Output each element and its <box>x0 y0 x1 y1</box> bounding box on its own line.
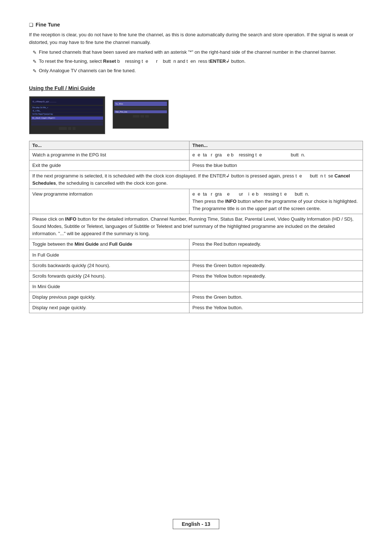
table-row: Scrolls backwards quickly (24 hours). Pr… <box>29 260 363 271</box>
mini-guide-screen: Vu_Woo Vaz_Poo_loa <box>113 100 169 129</box>
full-guide-screen: D_s'Rleep'D_q'p'............ Dis-play-2a… <box>29 96 105 134</box>
table-row: Display next page quickly. Press the Yel… <box>29 303 363 313</box>
table-cell: Toggle between the Mini Guide and Full G… <box>29 239 189 250</box>
fine-tune-title-text: Fine Tune <box>36 22 60 28</box>
section-icon: ❑ <box>29 22 33 28</box>
fine-tune-title: ❑ Fine Tune <box>29 22 363 28</box>
table-cell: Press the Yellow button. <box>189 303 363 313</box>
mini-guide-section: Using the Full / Mini Guide D_s'Rleep'D_… <box>29 85 363 313</box>
table-row: Watch a programme in the EPG list e e ta… <box>29 150 363 160</box>
table-cell: Press the Red button repeatedly. <box>189 239 363 250</box>
table-cell: Display previous page quickly. <box>29 292 189 303</box>
table-row: Display previous page quickly. Press the… <box>29 292 363 303</box>
table-row-fullspan: If the next programme is selected, it is… <box>29 171 363 189</box>
table-cell: In Mini Guide <box>29 281 189 292</box>
note-text-1: Fine tuned channels that have been saved… <box>39 49 336 56</box>
table-row: Toggle between the Mini Guide and Full G… <box>29 239 363 250</box>
table-cell: Display next page quickly. <box>29 303 189 313</box>
table-row-subheader: In Full Guide <box>29 250 363 260</box>
table-row-subheader: In Mini Guide <box>29 281 363 292</box>
table-cell: Scrolls backwards quickly (24 hours). <box>29 260 189 271</box>
table-cell-full: Please click on INFO button for the deta… <box>29 214 363 239</box>
table-cell: Exit the guide <box>29 160 189 171</box>
table-cell <box>189 250 363 260</box>
note-icon-1: ✎ <box>33 49 37 57</box>
note-icon-2: ✎ <box>33 58 37 66</box>
table-row: Exit the guide Press the blue button <box>29 160 363 171</box>
table-row: View programme information e e ta r gra … <box>29 189 363 214</box>
fine-tune-section: ❑ Fine Tune If the reception is clear, y… <box>29 22 363 75</box>
footer-label: English - 13 <box>173 519 220 529</box>
note-item-1: ✎ Fine tuned channels that have been sav… <box>33 49 363 57</box>
table-cell: Scrolls forwards quickly (24 hours). <box>29 271 189 281</box>
note-text-3: Only Analogue TV channels can be fine tu… <box>39 67 136 75</box>
table-cell: In Full Guide <box>29 250 189 260</box>
footer-bar: English - 13 <box>0 519 392 529</box>
table-cell <box>189 281 363 292</box>
table-cell: Watch a programme in the EPG list <box>29 150 189 160</box>
fine-tune-para: If the reception is clear, you do not ha… <box>29 31 363 46</box>
table-cell: View programme information <box>29 189 189 214</box>
col2-header: Then... <box>189 141 363 150</box>
table-cell: e e ta r gra e ur i e b ressing t e butt… <box>189 189 363 214</box>
mini-guide-heading: Using the Full / Mini Guide <box>29 85 363 91</box>
guide-table: To... Then... Watch a programme in the E… <box>29 141 363 313</box>
note-item-2: ✎ To reset the fine-tuning, select Reset… <box>33 58 363 66</box>
table-row-fullspan: Please click on INFO button for the deta… <box>29 214 363 239</box>
fine-tune-notes: ✎ Fine tuned channels that have been sav… <box>29 49 363 75</box>
note-icon-3: ✎ <box>33 68 37 75</box>
col1-header: To... <box>29 141 189 150</box>
guide-image-container: D_s'Rleep'D_q'p'............ Dis-play-2a… <box>29 96 363 134</box>
table-cell: Press the blue button <box>189 160 363 171</box>
page-container: ❑ Fine Tune If the reception is clear, y… <box>0 0 392 349</box>
note-text-2: To reset the fine-tuning, select Reset b… <box>39 58 246 65</box>
table-cell: Press the Green button repeatedly. <box>189 260 363 271</box>
table-cell: Press the Yellow button repeatedly. <box>189 271 363 281</box>
table-cell: Press the Green button. <box>189 292 363 303</box>
table-cell: e e ta r gra e b ressing t e butt n. <box>189 150 363 160</box>
table-cell-full: If the next programme is selected, it is… <box>29 171 363 189</box>
table-row: Scrolls forwards quickly (24 hours). Pre… <box>29 271 363 281</box>
note-item-3: ✎ Only Analogue TV channels can be fine … <box>33 67 363 75</box>
